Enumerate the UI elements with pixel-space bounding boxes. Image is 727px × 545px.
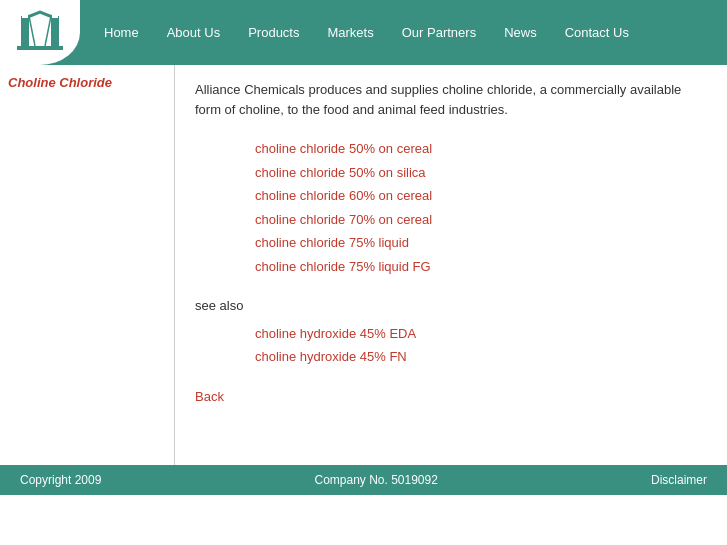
svg-rect-5 xyxy=(22,14,28,18)
footer-copyright: Copyright 2009 xyxy=(20,473,101,487)
product-link-3[interactable]: choline chloride 70% on cereal xyxy=(255,212,432,227)
nav-our-partners[interactable]: Our Partners xyxy=(388,25,490,40)
see-also-link-1[interactable]: choline hydroxide 45% FN xyxy=(255,349,407,364)
list-item: choline chloride 70% on cereal xyxy=(255,210,707,230)
product-link-4[interactable]: choline chloride 75% liquid xyxy=(255,235,409,250)
sidebar-title: Choline Chloride xyxy=(8,75,112,90)
nav-menu: Home About Us Products Markets Our Partn… xyxy=(80,25,727,40)
list-item: choline hydroxide 45% EDA xyxy=(255,324,707,344)
product-link-5[interactable]: choline chloride 75% liquid FG xyxy=(255,259,431,274)
product-link-2[interactable]: choline chloride 60% on cereal xyxy=(255,188,432,203)
svg-rect-1 xyxy=(51,16,59,48)
see-also-list: choline hydroxide 45% EDA choline hydrox… xyxy=(195,324,707,367)
sidebar: Choline Chloride xyxy=(0,65,175,465)
intro-paragraph: Alliance Chemicals produces and supplies… xyxy=(195,80,707,119)
footer: Copyright 2009 Company No. 5019092 Discl… xyxy=(0,465,727,495)
footer-company-no: Company No. 5019092 xyxy=(314,473,437,487)
svg-rect-0 xyxy=(21,16,29,48)
content-area: Alliance Chemicals produces and supplies… xyxy=(175,65,727,465)
nav-markets[interactable]: Markets xyxy=(313,25,387,40)
logo-area xyxy=(0,0,80,65)
product-list: choline chloride 50% on cereal choline c… xyxy=(195,139,707,276)
back-link[interactable]: Back xyxy=(195,387,707,407)
list-item: choline chloride 60% on cereal xyxy=(255,186,707,206)
list-item: choline chloride 75% liquid xyxy=(255,233,707,253)
svg-rect-2 xyxy=(17,46,63,50)
footer-disclaimer[interactable]: Disclaimer xyxy=(651,473,707,487)
nav-home[interactable]: Home xyxy=(90,25,153,40)
list-item: choline chloride 50% on silica xyxy=(255,163,707,183)
svg-line-3 xyxy=(29,16,35,46)
svg-rect-6 xyxy=(52,14,58,18)
header: Home About Us Products Markets Our Partn… xyxy=(0,0,727,65)
list-item: choline chloride 50% on cereal xyxy=(255,139,707,159)
nav-contact-us[interactable]: Contact Us xyxy=(551,25,643,40)
see-also-link-0[interactable]: choline hydroxide 45% EDA xyxy=(255,326,416,341)
main-layout: Choline Chloride Alliance Chemicals prod… xyxy=(0,65,727,465)
nav-products[interactable]: Products xyxy=(234,25,313,40)
product-link-1[interactable]: choline chloride 50% on silica xyxy=(255,165,426,180)
see-also-label: see also xyxy=(195,296,707,316)
product-link-0[interactable]: choline chloride 50% on cereal xyxy=(255,141,432,156)
svg-line-4 xyxy=(45,16,51,46)
list-item: choline hydroxide 45% FN xyxy=(255,347,707,367)
nav-about-us[interactable]: About Us xyxy=(153,25,234,40)
nav-news[interactable]: News xyxy=(490,25,551,40)
list-item: choline chloride 75% liquid FG xyxy=(255,257,707,277)
logo-icon xyxy=(13,8,67,58)
